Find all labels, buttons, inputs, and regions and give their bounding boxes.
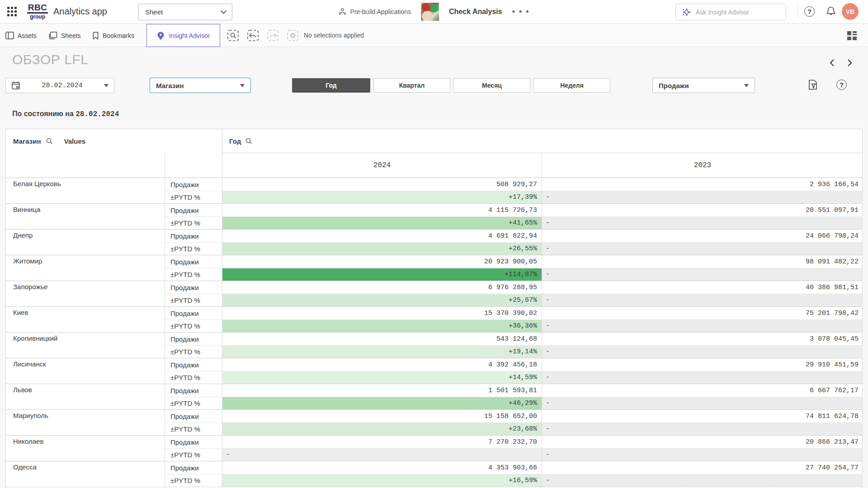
- sales-2023-cell: 29 910 451,59: [542, 358, 863, 371]
- logo-text-group: group: [27, 14, 48, 20]
- sales-2023-cell: 20 866 213,47: [542, 436, 863, 448]
- as-of-label: По состоянию на 28.02.2024: [12, 110, 119, 118]
- pytd-2023-cell: -: [542, 371, 863, 384]
- prev-sheet-icon[interactable]: [827, 58, 837, 68]
- year-column-header-2023[interactable]: 2023: [542, 153, 863, 178]
- app-grid-icon[interactable]: [7, 7, 18, 18]
- sales-measure-label: Продажи: [165, 461, 222, 474]
- sales-measure-label: Продажи: [165, 436, 222, 448]
- pytd-2024-cell: +14,59%: [222, 371, 542, 384]
- store-name-cell[interactable]: Винница: [6, 204, 165, 229]
- no-selections-status: No selections applied: [304, 32, 364, 39]
- prebuild-applications-link[interactable]: Pre-build Applications: [338, 8, 411, 16]
- store-name-cell[interactable]: Днепр: [6, 230, 165, 255]
- insight-advisor-label: Insight Advisor: [169, 32, 210, 39]
- sales-measure-label: Продажи: [165, 307, 222, 319]
- pytd-2024-cell: +26,55%: [222, 242, 542, 255]
- store-name-cell[interactable]: Одесса: [6, 461, 165, 487]
- store-name-cell[interactable]: Николаев: [6, 436, 165, 461]
- dimension-selector-dropdown[interactable]: Магазин: [150, 78, 251, 93]
- measure-selector-value: Продажи: [659, 82, 689, 89]
- sales-2024-cell: 15 158 652,00: [222, 410, 542, 422]
- pytd-2023-cell: -: [542, 345, 863, 358]
- store-name-cell[interactable]: Киев: [6, 307, 165, 332]
- top-bar: RBC group Analytics app Sheet Pre-build …: [0, 0, 868, 23]
- pytd-2024-cell: +23,68%: [222, 422, 542, 435]
- store-name-cell[interactable]: Белая Церковь: [6, 178, 165, 203]
- sales-2023-cell: 2 936 166,54: [542, 178, 863, 191]
- pivot-store-group: Николаев Продажи 7 270 232,70 20 866 213…: [6, 435, 862, 461]
- pytd-2024-cell: +16,59%: [222, 474, 542, 487]
- pytd-measure-label: ±PYTD %: [165, 319, 222, 332]
- row-dimension-header[interactable]: Магазин: [13, 137, 41, 145]
- assets-button[interactable]: Assets: [5, 24, 37, 47]
- sheet-selector-dropdown[interactable]: Sheet: [138, 4, 232, 20]
- export-filter-icon[interactable]: [807, 79, 819, 90]
- topbar-divider: [797, 5, 798, 18]
- date-picker[interactable]: 28.02.2024: [5, 78, 114, 93]
- pytd-measure-label: ±PYTD %: [165, 422, 222, 435]
- chart-help-icon[interactable]: ?: [836, 80, 847, 90]
- values-header: Values: [64, 137, 86, 145]
- pivot-header-column-dim: Год: [222, 129, 863, 153]
- search-icon[interactable]: [245, 137, 253, 145]
- pytd-measure-label: ±PYTD %: [165, 191, 222, 203]
- bookmarks-button[interactable]: Bookmarks: [92, 24, 134, 47]
- pytd-2024-cell: +46,29%: [222, 397, 542, 409]
- as-of-date: 28.02.2024: [75, 110, 119, 118]
- clear-selections-icon[interactable]: [287, 29, 299, 42]
- sales-2024-cell: 20 923 900,05: [222, 255, 542, 268]
- pivot-store-group: Одесса Продажи 4 353 903,66 27 740 254,7…: [6, 461, 862, 487]
- pivot-store-group: Днепр Продажи 4 691 822,94 24 066 798,24…: [6, 229, 862, 255]
- search-selections-icon[interactable]: [227, 29, 239, 42]
- sheet-grid-view-icon[interactable]: [846, 30, 858, 42]
- store-name-cell[interactable]: Лисичанск: [6, 358, 165, 384]
- rbc-group-logo: RBC group: [27, 3, 48, 20]
- measure-selector-dropdown[interactable]: Продажи: [652, 78, 755, 93]
- store-name-cell[interactable]: Мариуполь: [6, 410, 165, 435]
- sales-2024-cell: 7 270 232,70: [222, 436, 542, 448]
- step-back-icon[interactable]: [247, 29, 259, 42]
- period-button-year[interactable]: Год: [292, 78, 370, 93]
- org-network-icon: [338, 8, 346, 16]
- dropdown-arrow-icon: [744, 84, 749, 87]
- sales-2024-cell: 508 929,27: [222, 178, 542, 191]
- period-button-month[interactable]: Месяц: [453, 78, 530, 93]
- app-thumbnail[interactable]: [421, 3, 439, 21]
- next-sheet-icon[interactable]: [844, 58, 854, 68]
- store-name-cell[interactable]: Львов: [6, 384, 165, 409]
- ask-insight-advisor-input[interactable]: Ask Insight Advisor: [675, 4, 786, 20]
- year-column-header-2024[interactable]: 2024: [222, 153, 542, 178]
- insight-advisor-button[interactable]: Insight Advisor: [146, 24, 220, 47]
- store-name-cell[interactable]: Житомир: [6, 255, 165, 281]
- as-of-prefix: По состоянию на: [12, 110, 74, 117]
- pytd-2023-cell: -: [542, 216, 863, 229]
- pivot-store-group: Киев Продажи 15 370 390,02 75 201 798,42…: [6, 306, 862, 332]
- sales-2024-cell: 15 370 390,02: [222, 307, 542, 319]
- pivot-store-group: Винница Продажи 4 115 726,73 20 551 097,…: [6, 203, 862, 229]
- store-name-cell[interactable]: Кропивницкий: [6, 333, 165, 358]
- column-dimension-header[interactable]: Год: [229, 137, 241, 145]
- sales-2024-cell: 1 501 593,81: [222, 384, 542, 397]
- search-icon[interactable]: [46, 137, 53, 145]
- more-options-icon[interactable]: • • •: [512, 9, 530, 14]
- sheets-button[interactable]: Sheets: [49, 24, 81, 47]
- pytd-2023-cell: -: [542, 268, 863, 281]
- help-icon[interactable]: ?: [804, 6, 815, 17]
- step-forward-icon[interactable]: [267, 29, 279, 42]
- pytd-measure-label: ±PYTD %: [165, 268, 222, 281]
- store-name-cell[interactable]: Запорожье: [6, 281, 165, 306]
- user-avatar[interactable]: VB: [842, 3, 859, 20]
- sales-2023-cell: 6 667 762,17: [542, 384, 863, 397]
- pytd-2023-cell: -: [542, 397, 863, 409]
- notifications-bell-icon[interactable]: [826, 6, 836, 18]
- period-button-week[interactable]: Неделя: [533, 78, 610, 93]
- pivot-store-group: Белая Церковь Продажи 508 929,27 2 936 1…: [6, 178, 862, 203]
- pivot-store-group: Мариуполь Продажи 15 158 652,00 74 811 6…: [6, 409, 862, 435]
- dropdown-arrow-icon: [240, 84, 245, 87]
- sales-measure-label: Продажи: [165, 410, 222, 422]
- sales-2024-cell: 4 115 726,73: [222, 204, 542, 216]
- sales-2024-cell: 4 691 822,94: [222, 230, 542, 242]
- sheet-selector-value: Sheet: [145, 8, 163, 16]
- period-button-quarter[interactable]: Квартал: [373, 78, 450, 93]
